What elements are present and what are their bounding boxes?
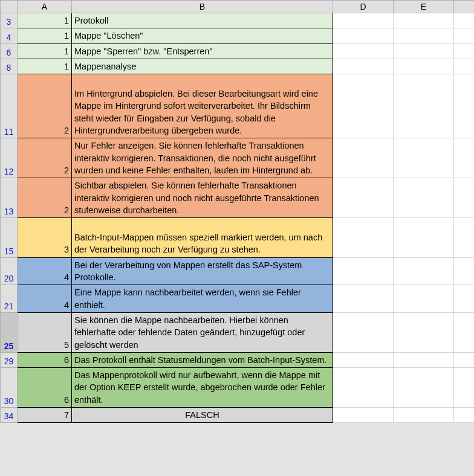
col-header-A[interactable]: A [18,1,72,13]
table-row[interactable]: 41Mappe "Löschen" [1,28,475,43]
cell-B[interactable]: Nur Fehler anzeigen. Sie können fehlerha… [72,138,333,178]
cell-D[interactable] [333,43,394,59]
cell-B[interactable]: Im Hintergrund abspielen. Bei dieser Bea… [72,74,333,138]
cell-F[interactable] [454,285,475,313]
cell-B[interactable]: Mappe "Löschen" [72,28,333,43]
cell-D[interactable] [333,59,394,74]
table-row[interactable]: 204Bei der Verarbeitung von Mappen erste… [1,257,475,285]
table-row[interactable]: 81Mappenanalyse [1,59,475,74]
cell-F[interactable] [454,43,475,59]
cell-E[interactable] [394,257,454,285]
cell-F[interactable] [454,178,475,218]
row-header[interactable]: 12 [1,138,18,178]
table-row[interactable]: 255Sie können die Mappe nachbearbeiten. … [1,312,475,352]
cell-A[interactable]: 6 [18,352,72,367]
cell-D[interactable] [333,178,394,218]
table-row[interactable]: 61Mappe "Sperren" bzw. "Entsperren" [1,43,475,59]
col-header-partial[interactable] [454,1,475,13]
cell-B[interactable]: Sichtbar abspielen. Sie können fehlerhaf… [72,178,333,218]
row-header[interactable]: 29 [1,352,18,367]
cell-A[interactable]: 2 [18,74,72,138]
cell-D[interactable] [333,368,394,408]
cell-E[interactable] [394,138,454,178]
row-header[interactable]: 25 [1,312,18,352]
cell-F[interactable] [454,28,475,43]
table-row[interactable]: 112Im Hintergrund abspielen. Bei dieser … [1,74,475,138]
cell-A[interactable]: 6 [18,368,72,408]
cell-E[interactable] [394,352,454,367]
cell-E[interactable] [394,28,454,43]
cell-E[interactable] [394,178,454,218]
cell-A[interactable]: 1 [18,28,72,43]
cell-F[interactable] [454,74,475,138]
cell-B[interactable]: Das Mappenprotokoll wird nur aufbewahrt,… [72,368,333,408]
cell-E[interactable] [394,13,454,28]
cell-F[interactable] [454,368,475,408]
cell-B[interactable]: Eine Mappe kann nachbearbeitet werden, w… [72,285,333,313]
col-header-E[interactable]: E [394,1,454,13]
cell-B[interactable]: Sie können die Mappe nachbearbeiten. Hie… [72,312,333,352]
cell-E[interactable] [394,408,454,423]
cell-A[interactable]: 2 [18,178,72,218]
row-header[interactable]: 13 [1,178,18,218]
cell-D[interactable] [333,74,394,138]
cell-B[interactable]: Batch-Input-Mappen müssen speziell marki… [72,218,333,258]
cell-D[interactable] [333,312,394,352]
cell-D[interactable] [333,408,394,423]
cell-A[interactable]: 1 [18,43,72,59]
cell-A[interactable]: 1 [18,59,72,74]
cell-E[interactable] [394,285,454,313]
cell-B[interactable]: Protokoll [72,13,333,28]
table-row[interactable]: 31Protokoll [1,13,475,28]
cell-B[interactable]: Bei der Verarbeitung von Mappen erstellt… [72,257,333,285]
cell-E[interactable] [394,312,454,352]
cell-A[interactable]: 1 [18,13,72,28]
cell-B[interactable]: Mappe "Sperren" bzw. "Entsperren" [72,43,333,59]
cell-D[interactable] [333,285,394,313]
cell-F[interactable] [454,13,475,28]
cell-D[interactable] [333,28,394,43]
cell-A[interactable]: 3 [18,218,72,258]
cell-E[interactable] [394,59,454,74]
row-header[interactable]: 34 [1,408,18,423]
row-header[interactable]: 6 [1,43,18,59]
cell-D[interactable] [333,13,394,28]
cell-F[interactable] [454,352,475,367]
table-row[interactable]: 214Eine Mappe kann nachbearbeitet werden… [1,285,475,313]
table-row[interactable]: 122Nur Fehler anzeigen. Sie können fehle… [1,138,475,178]
cell-D[interactable] [333,218,394,258]
row-header[interactable]: 20 [1,257,18,285]
cell-B[interactable]: Das Protokoll enthält Statusmeldungen vo… [72,352,333,367]
table-row[interactable]: 153Batch-Input-Mappen müssen speziell ma… [1,218,475,258]
cell-B[interactable]: Mappenanalyse [72,59,333,74]
cell-D[interactable] [333,138,394,178]
cell-F[interactable] [454,257,475,285]
row-header[interactable]: 3 [1,13,18,28]
cell-A[interactable]: 4 [18,285,72,313]
cell-F[interactable] [454,218,475,258]
table-row[interactable]: 296Das Protokoll enthält Statusmeldungen… [1,352,475,367]
cell-E[interactable] [394,368,454,408]
table-row[interactable]: 347FALSCH [1,408,475,423]
table-row[interactable]: 306Das Mappenprotokoll wird nur aufbewah… [1,368,475,408]
cell-A[interactable]: 7 [18,408,72,423]
cell-F[interactable] [454,59,475,74]
row-header[interactable]: 21 [1,285,18,313]
table-row[interactable]: 132Sichtbar abspielen. Sie können fehler… [1,178,475,218]
cell-D[interactable] [333,257,394,285]
cell-F[interactable] [454,312,475,352]
row-header[interactable]: 8 [1,59,18,74]
row-header[interactable]: 15 [1,218,18,258]
col-header-B[interactable]: B [72,1,333,13]
cell-A[interactable]: 5 [18,312,72,352]
col-header-D[interactable]: D [333,1,394,13]
spreadsheet-table[interactable]: A B D E 31Protokoll41Mappe "Löschen"61Ma… [0,0,474,423]
cell-F[interactable] [454,138,475,178]
row-header[interactable]: 30 [1,368,18,408]
corner-cell[interactable] [1,1,18,13]
cell-A[interactable]: 2 [18,138,72,178]
cell-A[interactable]: 4 [18,257,72,285]
row-header[interactable]: 4 [1,28,18,43]
cell-B[interactable]: FALSCH [72,408,333,423]
cell-E[interactable] [394,43,454,59]
